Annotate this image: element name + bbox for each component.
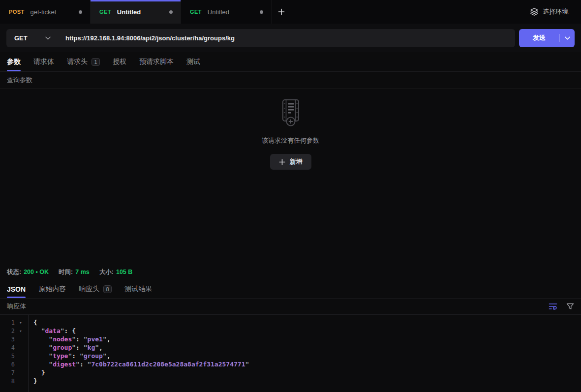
nav-tab-label: JSON — [7, 285, 26, 293]
json-token: type — [53, 352, 68, 360]
method-label: GET — [14, 34, 28, 42]
json-token: " — [49, 352, 53, 360]
request-tab[interactable]: GET Untitled — [181, 0, 272, 24]
response-json-viewer: 1 ▾ 2 ▾ 3 ▾ 4 ▾ 5 ▾ 6 ▾ 7 ▾ 8 ▾ { "data"… — [0, 315, 581, 392]
json-token: : — [80, 361, 88, 368]
word-wrap-icon[interactable] — [549, 302, 557, 310]
response-tab-headers[interactable]: 响应头 8 — [79, 280, 112, 298]
query-params-label: 查询参数 — [7, 76, 32, 85]
size-value: 105 B — [116, 269, 132, 275]
time-value: 7 ms — [75, 269, 90, 275]
json-token: pve1 — [88, 335, 103, 343]
json-token: } — [33, 377, 37, 385]
code-line: "data": { — [33, 327, 581, 335]
request-tabs: 参数 请求体 请求头 1 授权 预请求脚本 测试 — [0, 52, 581, 72]
request-tab[interactable]: POST get-ticket — [0, 0, 91, 24]
tab-tests[interactable]: 测试 — [186, 52, 200, 71]
environment-selector[interactable]: 选择环境 — [517, 0, 581, 24]
tab-title: Untitled — [208, 8, 256, 16]
code-line: "group": "kg", — [33, 343, 581, 352]
json-token: : { — [64, 327, 76, 334]
tab-body[interactable]: 请求体 — [33, 52, 54, 71]
time-label: 时间: — [59, 268, 73, 276]
json-token: : — [76, 335, 84, 343]
line-number: 4 — [0, 344, 15, 351]
params-empty-state: 该请求没有任何参数 新增 — [0, 89, 581, 264]
json-token: kg — [88, 344, 95, 351]
tab-method-label: GET — [99, 9, 111, 15]
response-tab-test-results[interactable]: 测试结果 — [124, 280, 152, 298]
tab-pre-request-script[interactable]: 预请求脚本 — [139, 52, 174, 71]
code-gutter: 1 ▾ 2 ▾ 3 ▾ 4 ▾ 5 ▾ 6 ▾ 7 ▾ 8 ▾ — [0, 315, 29, 392]
json-token: nodes — [53, 335, 72, 343]
unsaved-dot-icon — [169, 10, 173, 14]
json-token: group — [53, 344, 72, 351]
tab-auth[interactable]: 授权 — [113, 52, 126, 71]
code-text: } — [33, 368, 581, 377]
nav-tab-label: 请求体 — [33, 58, 54, 66]
response-tab-json[interactable]: JSON — [7, 280, 26, 298]
empty-text: 该请求没有任何参数 — [262, 136, 319, 145]
method-select[interactable]: GET — [6, 34, 59, 42]
tab-params[interactable]: 参数 — [7, 52, 21, 71]
gutter-row: 2 ▾ — [0, 327, 28, 335]
status-value: 200 • OK — [24, 269, 49, 275]
nav-tab-label: 授权 — [113, 58, 126, 66]
json-token: " — [245, 361, 249, 368]
gutter-row: 7 ▾ — [0, 368, 28, 377]
nav-tab-label: 响应头 — [79, 285, 99, 294]
tab-title: get-ticket — [31, 8, 75, 16]
line-number: 2 — [0, 328, 15, 334]
gutter-row: 8 ▾ — [0, 377, 28, 385]
code-lines: { "data": { "nodes": "pve1", "group": "k… — [29, 315, 581, 392]
nav-tab-label: 参数 — [7, 58, 21, 66]
response-tabs: JSON 原始内容 响应头 8 测试结果 — [0, 280, 581, 299]
json-token: : — [72, 352, 80, 360]
json-token: " — [103, 352, 107, 360]
add-button-label: 新增 — [290, 157, 303, 166]
code-text: } — [33, 377, 581, 385]
send-button[interactable]: 发送 — [519, 29, 575, 47]
code-text: "data": { — [33, 327, 581, 335]
tab-headers[interactable]: 请求头 1 — [67, 52, 100, 71]
code-text: "digest": "7c0b722ca8611d2c208e5a28a8af2… — [33, 360, 581, 368]
json-token: " — [49, 335, 53, 343]
url-input-container: GET — [6, 29, 515, 47]
empty-params-illustration — [278, 99, 303, 128]
fold-arrow-icon[interactable]: ▾ — [15, 329, 27, 333]
line-number: 8 — [0, 378, 15, 385]
new-tab-button[interactable] — [272, 0, 291, 24]
json-token: " — [76, 361, 80, 368]
json-token: " — [72, 344, 76, 351]
plus-icon — [278, 8, 285, 15]
tab-method-label: POST — [9, 9, 25, 15]
nav-tab-badge: 8 — [103, 285, 112, 293]
url-input[interactable] — [59, 34, 515, 42]
json-token: data — [45, 327, 60, 334]
plus-icon — [279, 159, 285, 165]
chevron-down-icon — [45, 36, 51, 40]
json-token: " — [103, 335, 107, 343]
line-number: 6 — [0, 361, 15, 368]
line-number: 3 — [0, 336, 15, 343]
filter-icon[interactable] — [566, 302, 574, 310]
nav-tab-label: 预请求脚本 — [139, 58, 174, 66]
json-token: : — [76, 344, 84, 351]
layers-icon — [530, 7, 539, 16]
json-token: " — [49, 361, 53, 368]
code-line: "nodes": "pve1", — [33, 335, 581, 343]
json-token: , — [107, 352, 111, 360]
response-status-row: 状态: 200 • OK 时间: 7 ms 大小: 105 B — [0, 264, 581, 280]
add-param-button[interactable]: 新增 — [270, 154, 311, 170]
gutter-row: 5 ▾ — [0, 352, 28, 360]
response-tab-raw[interactable]: 原始内容 — [38, 280, 66, 298]
code-line: "digest": "7c0b722ca8611d2c208e5a28a8af2… — [33, 360, 581, 368]
code-line: { — [33, 318, 581, 327]
gutter-row: 1 ▾ — [0, 318, 28, 327]
json-token: , — [107, 335, 111, 343]
chevron-down-icon[interactable] — [560, 36, 575, 40]
fold-arrow-icon[interactable]: ▾ — [15, 320, 27, 325]
tab-title: Untitled — [117, 8, 165, 16]
app-window: POST get-ticket GET Untitled GET Untitle… — [0, 0, 581, 392]
request-tab[interactable]: GET Untitled — [91, 0, 181, 24]
